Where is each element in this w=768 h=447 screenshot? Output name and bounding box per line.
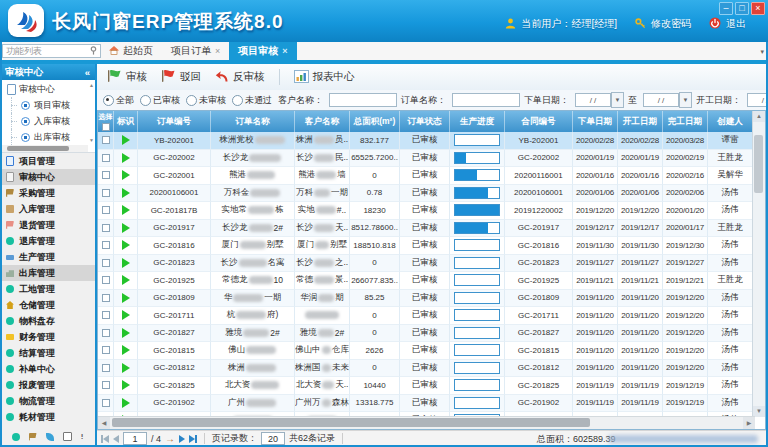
tree-horizontal-scrollbar[interactable]: [0, 145, 88, 152]
table-row[interactable]: GC-202001熊港熊港墙0已审核202001160012020/01/162…: [98, 167, 753, 185]
tree-item-出库审核[interactable]: 出库审核: [0, 129, 95, 145]
column-header-订单编号[interactable]: 订单编号: [138, 111, 211, 132]
row-checkbox[interactable]: [102, 241, 110, 249]
tab-项目审核[interactable]: 项目审核×: [229, 42, 296, 60]
dot-icon[interactable]: [12, 433, 20, 441]
column-header-下单日期[interactable]: 下单日期: [573, 111, 618, 132]
order-name-input[interactable]: [452, 93, 520, 107]
last-page-button[interactable]: [189, 435, 197, 443]
order-date-from-input[interactable]: / /: [575, 93, 611, 107]
order-date-to-input[interactable]: / /: [643, 93, 679, 107]
column-header-生产进度[interactable]: 生产进度: [450, 111, 505, 132]
order-date-to-dropdown-icon[interactable]: ▼: [679, 92, 692, 108]
sidebar-item-工地管理[interactable]: 工地管理: [0, 281, 95, 297]
pin-icon[interactable]: [90, 46, 97, 57]
column-header-订单状态[interactable]: 订单状态: [400, 111, 450, 132]
table-row[interactable]: GC-201815佛山佛山中仓库2626已审核GC-2018152019/11/…: [98, 342, 753, 360]
tree-root-node[interactable]: 审核中心: [0, 80, 95, 97]
minimize-button[interactable]: –: [719, 2, 733, 15]
close-button[interactable]: ×: [751, 2, 765, 15]
column-header-开工日期[interactable]: 开工日期: [618, 111, 663, 132]
function-list-searchbox[interactable]: 功能列表: [2, 44, 101, 58]
table-row[interactable]: GC-201827雅境2#雅境2#0已审核GC-2018272019/11/20…: [98, 325, 753, 343]
tree-scroll-up-icon[interactable]: ▲: [89, 82, 94, 88]
审核-button[interactable]: 审核: [107, 69, 147, 85]
row-checkbox[interactable]: [102, 171, 110, 179]
sidebar-item-仓储管理[interactable]: 仓储管理: [0, 297, 95, 313]
column-header-总面积(m²)[interactable]: 总面积(m²): [350, 111, 400, 132]
radio-全部[interactable]: [103, 95, 114, 106]
sidebar-item-项目管理[interactable]: 项目管理: [0, 153, 95, 169]
tab-起始页[interactable]: 起始页: [100, 42, 162, 60]
sidebar-item-退货管理[interactable]: 退货管理: [0, 217, 95, 233]
row-checkbox[interactable]: [102, 189, 110, 197]
order-date-from-dropdown-icon[interactable]: ▼: [611, 92, 624, 108]
table-row[interactable]: 20200106001万科金万科一期0.78已审核202001060012020…: [98, 185, 753, 203]
tree-scrollbar-thumb[interactable]: [7, 146, 69, 151]
column-header-订单名称[interactable]: 订单名称: [211, 111, 295, 132]
book-icon[interactable]: [63, 432, 72, 441]
previous-page-button[interactable]: [113, 435, 119, 443]
radio-未通过[interactable]: [232, 95, 243, 106]
row-checkbox[interactable]: [102, 381, 110, 389]
horizontal-scrollbar-thumb[interactable]: [112, 418, 590, 427]
radio-已审核[interactable]: [140, 95, 151, 106]
sidebar-item-审核中心[interactable]: 审核中心: [0, 169, 95, 185]
table-row[interactable]: GC-201816厦门别墅厦门别墅188510.818已审核GC-2018162…: [98, 237, 753, 255]
scroll-right-icon[interactable]: ▶: [743, 417, 755, 429]
cart-icon[interactable]: [29, 433, 37, 441]
table-row[interactable]: GC-201825北大资北大资天..10440已审核GC-2018252019/…: [98, 377, 753, 395]
maximize-button[interactable]: □: [735, 2, 749, 15]
page-size-input[interactable]: 20: [261, 432, 285, 445]
tab-scroll-icon[interactable]: ▾: [760, 48, 764, 56]
table-row[interactable]: GC-201823长沙名寓长沙之..0已审核GC-2018232019/11/2…: [98, 255, 753, 273]
sidebar-item-退库管理[interactable]: 退库管理: [0, 233, 95, 249]
row-checkbox[interactable]: [102, 259, 110, 267]
sidebar-item-出库管理[interactable]: 出库管理: [0, 265, 95, 281]
row-checkbox[interactable]: [102, 311, 110, 319]
sidebar-item-入库管理[interactable]: 入库管理: [0, 201, 95, 217]
column-header-客户名称[interactable]: 客户名称: [295, 111, 350, 132]
grid-vertical-scrollbar[interactable]: ▲ ▼: [752, 111, 765, 417]
tree-item-入库审核[interactable]: 入库审核: [0, 113, 95, 129]
tree-scroll-down-icon[interactable]: ▼: [89, 137, 94, 143]
row-checkbox[interactable]: [102, 329, 110, 337]
grid-horizontal-scrollbar[interactable]: ◀ ▶: [98, 416, 755, 429]
table-row[interactable]: GC-201711杭府)0已审核GC-2017112019/11/202019/…: [98, 307, 753, 325]
table-row[interactable]: GC-201812株洲株洲国未来0已审核GC-2018122019/11/202…: [98, 360, 753, 378]
vertical-scrollbar-thumb[interactable]: [754, 135, 763, 193]
change-password-link[interactable]: 修改密码: [651, 17, 691, 31]
row-checkbox[interactable]: [102, 206, 110, 214]
scroll-left-icon[interactable]: ◀: [98, 417, 110, 429]
sidebar-item-物流管理[interactable]: 物流管理: [0, 393, 95, 409]
sidebar-item-结算管理[interactable]: 结算管理: [0, 345, 95, 361]
row-checkbox[interactable]: [102, 154, 110, 162]
scroll-up-icon[interactable]: ▲: [753, 111, 765, 122]
table-row[interactable]: GC-201917长沙龙2#长沙天..8512.78600..已审核GC-201…: [98, 220, 753, 238]
leaf-icon[interactable]: [46, 433, 54, 441]
sidebar-item-报废管理[interactable]: 报废管理: [0, 377, 95, 393]
tab-close-icon[interactable]: ×: [215, 46, 220, 56]
start-date-input[interactable]: / /: [747, 93, 768, 107]
row-checkbox[interactable]: [102, 364, 110, 372]
table-row[interactable]: GC-201902广州广州万森林13318.775已审核GC-201902201…: [98, 395, 753, 413]
tree-item-项目审核[interactable]: 项目审核: [0, 97, 95, 113]
row-checkbox[interactable]: [102, 224, 110, 232]
sidebar-item-耗材管理[interactable]: 耗材管理: [0, 409, 95, 425]
tab-close-icon[interactable]: ×: [282, 46, 287, 56]
sidebar-item-财务管理[interactable]: 财务管理: [0, 329, 95, 345]
customer-name-input[interactable]: [329, 93, 397, 107]
go-page-icon[interactable]: →: [165, 433, 175, 444]
row-checkbox[interactable]: [102, 136, 110, 144]
column-header-合同编号[interactable]: 合同编号: [505, 111, 573, 132]
反审核-button[interactable]: 反审核: [215, 70, 265, 85]
row-checkbox[interactable]: [102, 276, 110, 284]
table-row[interactable]: GC-201925常德龙10常德景..266077.835..已审核GC-201…: [98, 272, 753, 290]
page-number-input[interactable]: 1: [123, 432, 147, 445]
table-row[interactable]: YB-202001株洲党校株洲员..832.177已审核YB-202001202…: [98, 132, 753, 150]
table-row[interactable]: GC-201809华一期华润期85.25已审核GC-2018092019/11/…: [98, 290, 753, 308]
table-row[interactable]: GC-201817B实地常栋实地#..18230已审核2019122000220…: [98, 202, 753, 220]
table-row[interactable]: GC-202002长沙龙长沙民..65525.7200..已审核GC-20200…: [98, 150, 753, 168]
first-page-button[interactable]: [101, 435, 109, 443]
sidebar-item-物料盘存[interactable]: 物料盘存: [0, 313, 95, 329]
